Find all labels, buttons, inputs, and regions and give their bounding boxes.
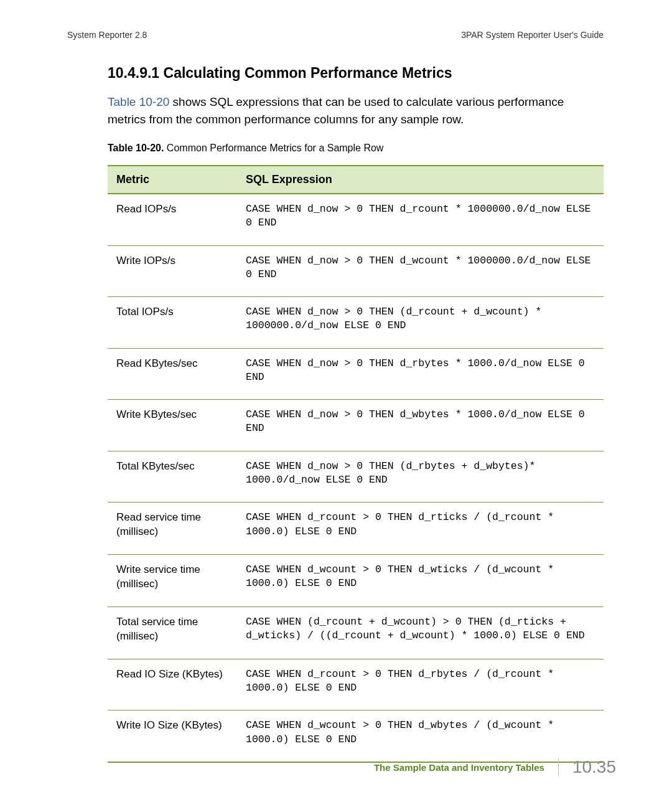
table-row: Total KBytes/sec CASE WHEN d_now > 0 THE… xyxy=(108,451,604,503)
section-number: 10.4.9.1 xyxy=(108,65,159,81)
table-row: Write service time (millisec) CASE WHEN … xyxy=(108,555,604,607)
intro-rest: shows SQL expressions that can be used t… xyxy=(108,95,564,126)
table-row: Read IO Size (KBytes) CASE WHEN d_rcount… xyxy=(108,659,604,710)
sql-expression: CASE WHEN d_now > 0 THEN d_wcount * 1000… xyxy=(237,245,604,297)
metric-name: Read KBytes/sec xyxy=(108,348,237,400)
header-left: System Reporter 2.8 xyxy=(67,30,147,40)
sql-expression: CASE WHEN (d_rcount + d_wcount) > 0 THEN… xyxy=(237,607,604,659)
sql-expression: CASE WHEN d_rcount > 0 THEN d_rbytes / (… xyxy=(237,659,604,710)
page-footer: The Sample Data and Inventory Tables 10.… xyxy=(374,757,616,777)
intro-paragraph: Table 10-20 shows SQL expressions that c… xyxy=(108,93,604,128)
footer-section-title: The Sample Data and Inventory Tables xyxy=(374,762,544,773)
section-title: Calculating Common Performance Metrics xyxy=(164,65,452,81)
metric-name: Write KBytes/sec xyxy=(108,400,237,451)
table-row: Read KBytes/sec CASE WHEN d_now > 0 THEN… xyxy=(108,348,604,400)
table-body: Read IOPs/s CASE WHEN d_now > 0 THEN d_r… xyxy=(108,194,604,762)
metric-name: Write IOPs/s xyxy=(108,245,237,297)
footer-page-number: 10.35 xyxy=(572,757,616,777)
page-header: System Reporter 2.8 3PAR System Reporter… xyxy=(67,30,604,40)
table-row: Total IOPs/s CASE WHEN d_now > 0 THEN (d… xyxy=(108,297,604,349)
table-row: Read service time (millisec) CASE WHEN d… xyxy=(108,503,604,555)
metric-name: Write service time (millisec) xyxy=(108,555,237,607)
col-header-sql: SQL Expression xyxy=(237,166,604,194)
col-header-metric: Metric xyxy=(108,166,237,194)
section-heading: 10.4.9.1 Calculating Common Performance … xyxy=(108,65,604,82)
sql-expression: CASE WHEN d_now > 0 THEN d_rbytes * 1000… xyxy=(237,348,604,400)
table-row: Total service time (millisec) CASE WHEN … xyxy=(108,607,604,659)
table-row: Write KBytes/sec CASE WHEN d_now > 0 THE… xyxy=(108,400,604,451)
metric-name: Total service time (millisec) xyxy=(108,607,237,659)
table-row: Write IOPs/s CASE WHEN d_now > 0 THEN d_… xyxy=(108,245,604,297)
table-caption-label: Table 10-20. xyxy=(108,143,164,153)
sql-expression: CASE WHEN d_wcount > 0 THEN d_wbytes / (… xyxy=(237,710,604,762)
metric-name: Read service time (millisec) xyxy=(108,503,237,555)
metric-name: Total IOPs/s xyxy=(108,297,237,349)
sql-expression: CASE WHEN d_now > 0 THEN d_rcount * 1000… xyxy=(237,194,604,245)
sql-expression: CASE WHEN d_now > 0 THEN (d_rbytes + d_w… xyxy=(237,451,604,503)
table-caption: Table 10-20. Common Performance Metrics … xyxy=(108,143,604,154)
table-reference-link[interactable]: Table 10-20 xyxy=(108,95,169,108)
table-row: Read IOPs/s CASE WHEN d_now > 0 THEN d_r… xyxy=(108,194,604,245)
sql-expression: CASE WHEN d_rcount > 0 THEN d_rticks / (… xyxy=(237,503,604,555)
sql-expression: CASE WHEN d_wcount > 0 THEN d_wticks / (… xyxy=(237,555,604,607)
table-header-row: Metric SQL Expression xyxy=(108,166,604,194)
metric-name: Read IOPs/s xyxy=(108,194,237,245)
footer-divider xyxy=(558,758,559,776)
metrics-table: Metric SQL Expression Read IOPs/s CASE W… xyxy=(108,165,604,763)
table-caption-text: Common Performance Metrics for a Sample … xyxy=(164,143,383,153)
table-row: Write IO Size (KBytes) CASE WHEN d_wcoun… xyxy=(108,710,604,762)
page-container: System Reporter 2.8 3PAR System Reporter… xyxy=(0,0,672,807)
metric-name: Write IO Size (KBytes) xyxy=(108,710,237,762)
metric-name: Read IO Size (KBytes) xyxy=(108,659,237,710)
sql-expression: CASE WHEN d_now > 0 THEN d_wbytes * 1000… xyxy=(237,400,604,451)
sql-expression: CASE WHEN d_now > 0 THEN (d_rcount + d_w… xyxy=(237,297,604,349)
header-right: 3PAR System Reporter User's Guide xyxy=(461,30,604,40)
metric-name: Total KBytes/sec xyxy=(108,451,237,503)
